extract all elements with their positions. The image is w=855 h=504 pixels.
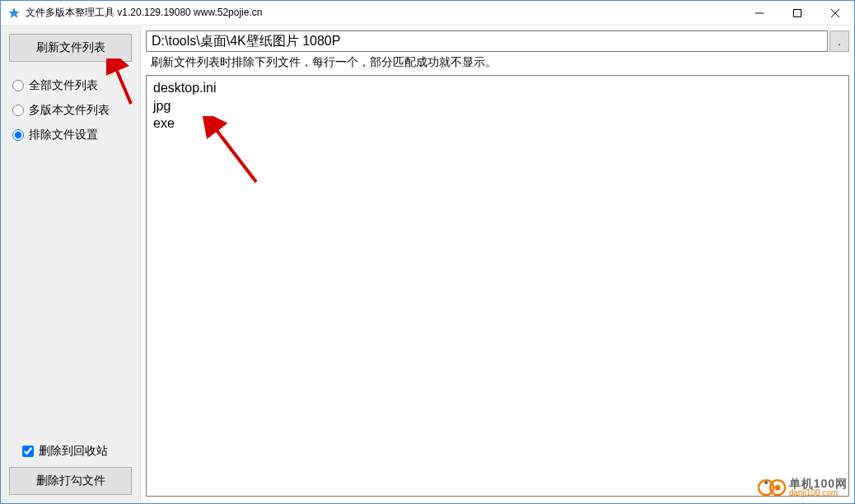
- delete-to-recycle-row[interactable]: 删除到回收站: [1, 441, 140, 462]
- exclude-hint-text: 刷新文件列表时排除下列文件，每行一个，部分匹配成功就不显示。: [141, 54, 854, 72]
- refresh-file-list-button[interactable]: 刷新文件列表: [9, 34, 132, 62]
- minimize-button[interactable]: [741, 1, 778, 25]
- browse-button[interactable]: .: [829, 30, 849, 52]
- delete-to-recycle-checkbox[interactable]: [22, 446, 34, 457]
- delete-to-recycle-label: 删除到回收站: [39, 444, 108, 459]
- radio-multi-version-label: 多版本文件列表: [29, 103, 110, 118]
- svg-rect-2: [794, 9, 801, 16]
- radio-all-files[interactable]: 全部文件列表: [1, 73, 140, 98]
- exclude-textarea[interactable]: [146, 75, 849, 497]
- radio-exclude-settings-label: 排除文件设置: [29, 128, 98, 142]
- path-input[interactable]: [146, 30, 828, 52]
- svg-marker-0: [8, 7, 20, 18]
- window-title: 文件多版本整理工具 v1.20.129.19080 www.52pojie.cn: [26, 6, 741, 20]
- radio-all-files-label: 全部文件列表: [29, 78, 98, 93]
- sidebar: 刷新文件列表 全部文件列表 多版本文件列表 排除文件设置 删除到回收站: [1, 26, 141, 503]
- delete-checked-files-button[interactable]: 删除打勾文件: [9, 467, 132, 495]
- radio-multi-version[interactable]: 多版本文件列表: [1, 98, 140, 123]
- radio-exclude-settings[interactable]: 排除文件设置: [1, 123, 140, 147]
- radio-all-files-input[interactable]: [12, 80, 24, 91]
- main-panel: . 刷新文件列表时排除下列文件，每行一个，部分匹配成功就不显示。: [141, 26, 854, 503]
- radio-multi-version-input[interactable]: [12, 105, 24, 116]
- close-button[interactable]: [816, 1, 854, 25]
- app-star-icon: [7, 7, 21, 20]
- maximize-button[interactable]: [778, 1, 816, 25]
- titlebar: 文件多版本整理工具 v1.20.129.19080 www.52pojie.cn: [1, 1, 854, 26]
- radio-exclude-settings-input[interactable]: [12, 129, 24, 141]
